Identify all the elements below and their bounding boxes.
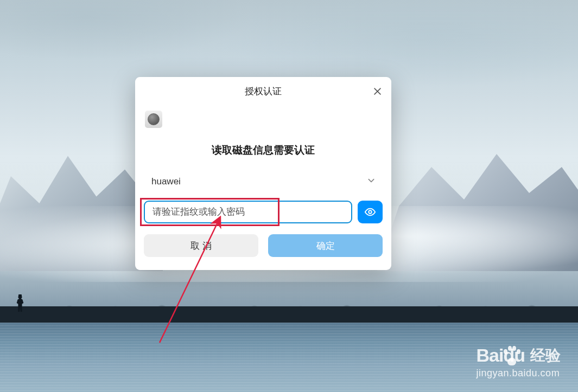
dialog-message: 读取磁盘信息需要认证: [135, 143, 391, 157]
authorization-dialog: 授权认证 读取磁盘信息需要认证 huawei 取 消 确定: [135, 77, 391, 270]
watermark: Baidu 经验 jingyan.baidu.com: [477, 345, 561, 379]
selected-user: huawei: [151, 176, 181, 187]
user-dropdown[interactable]: huawei: [144, 170, 383, 193]
watermark-url: jingyan.baidu.com: [477, 368, 561, 379]
cancel-button[interactable]: 取 消: [144, 234, 258, 257]
disk-utility-icon: [145, 111, 162, 128]
close-button[interactable]: [371, 85, 384, 98]
watermark-brand: Bai: [477, 345, 504, 365]
show-password-button[interactable]: [358, 201, 383, 223]
eye-icon: [364, 206, 376, 218]
svg-point-0: [369, 210, 372, 214]
watermark-product: 经验: [530, 345, 561, 366]
close-icon: [374, 88, 381, 95]
chevron-down-icon: [367, 177, 375, 187]
dialog-title: 授权认证: [245, 85, 282, 98]
ok-button[interactable]: 确定: [268, 234, 383, 257]
password-input[interactable]: [144, 201, 352, 223]
